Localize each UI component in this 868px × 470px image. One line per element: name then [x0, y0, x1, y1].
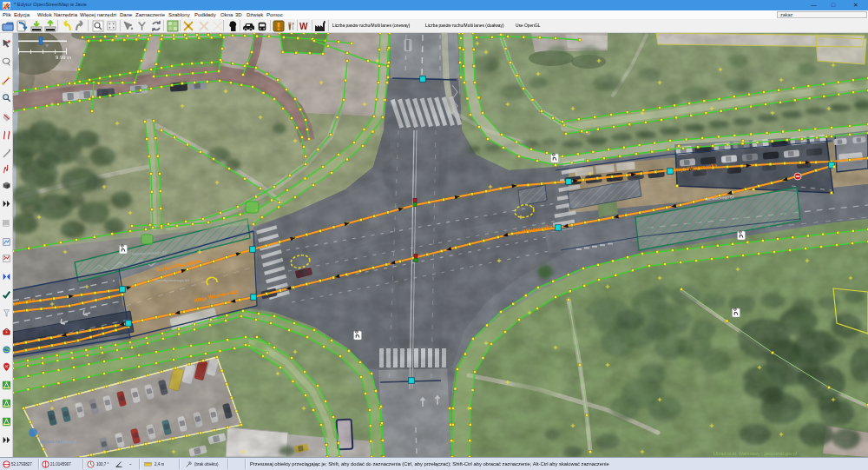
- svg-text:geoportal.gov.pl: geoportal.gov.pl: [40, 439, 76, 444]
- svg-text:Wołodyjowskiego 64: Wołodyjowskiego 64: [155, 278, 190, 282]
- svg-text:Urząd m.st. Warszawy | geoport: Urząd m.st. Warszawy | geoportal.gov.pl: [713, 451, 797, 456]
- svg-text:9.99 m: 9.99 m: [56, 55, 71, 60]
- svg-text:W: W: [299, 22, 308, 31]
